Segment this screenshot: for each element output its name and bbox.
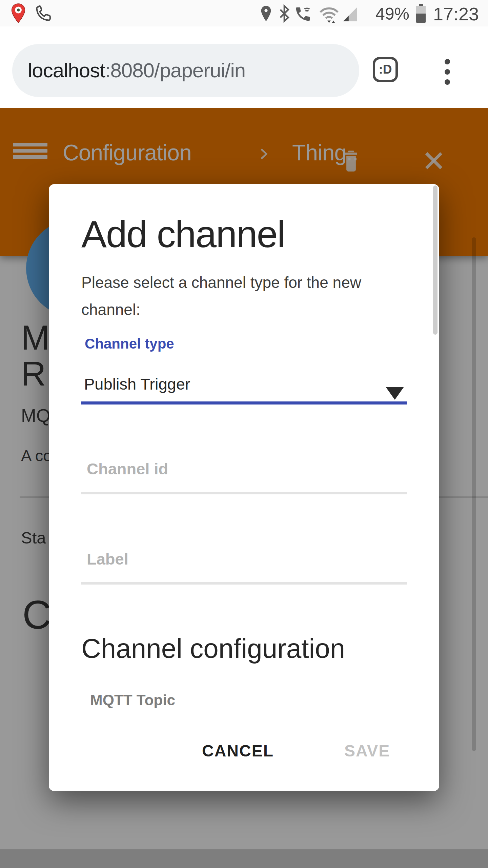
wifi-calling-icon	[293, 5, 312, 23]
channel-id-underline	[81, 492, 407, 494]
channel-type-value: Publish Trigger	[84, 376, 190, 392]
dialog-title: Add channel	[81, 215, 285, 253]
dropdown-arrow-icon	[386, 387, 404, 400]
phone-notification-icon	[34, 3, 54, 23]
channel-type-select[interactable]: Publish Trigger	[81, 367, 407, 405]
cancel-button[interactable]: CANCEL	[202, 743, 274, 759]
browser-address-bar: localhost:8080/paperui/in :D	[0, 26, 488, 108]
browser-menu-button[interactable]	[445, 59, 451, 92]
channel-configuration-heading: Channel configuration	[81, 635, 345, 662]
save-button[interactable]: SAVE	[344, 743, 390, 759]
location-icon	[259, 5, 273, 22]
url-omnibox[interactable]: localhost:8080/paperui/in	[12, 44, 359, 97]
add-channel-dialog: Add channel Please select a channel type…	[49, 184, 439, 791]
wifi-icon	[318, 5, 340, 24]
map-pin-notification-icon	[9, 3, 27, 24]
label-input[interactable]	[87, 550, 392, 568]
cell-signal-icon	[342, 5, 359, 23]
bluetooth-icon	[279, 4, 290, 23]
url-text: localhost:8080/paperui/in	[28, 44, 245, 97]
mqtt-topic-label: MQTT Topic	[90, 693, 175, 708]
browser-scrollbar[interactable]	[472, 237, 476, 751]
clock-label: 17:23	[433, 5, 479, 23]
dialog-scrollbar[interactable]	[433, 185, 438, 335]
channel-type-label: Channel type	[85, 337, 174, 351]
channel-id-input[interactable]	[87, 459, 392, 478]
label-underline	[81, 582, 407, 585]
channel-type-underline	[81, 401, 407, 405]
tab-switcher-button[interactable]: :D	[373, 57, 398, 82]
battery-icon	[414, 3, 428, 24]
battery-percent-label: 49%	[375, 5, 409, 22]
dialog-prompt: Please select a channel type for the new…	[81, 269, 396, 323]
url-path: :8080/paperui/in	[105, 59, 245, 82]
status-bar: 49% 17:23	[0, 0, 488, 26]
url-host: localhost	[28, 59, 105, 82]
